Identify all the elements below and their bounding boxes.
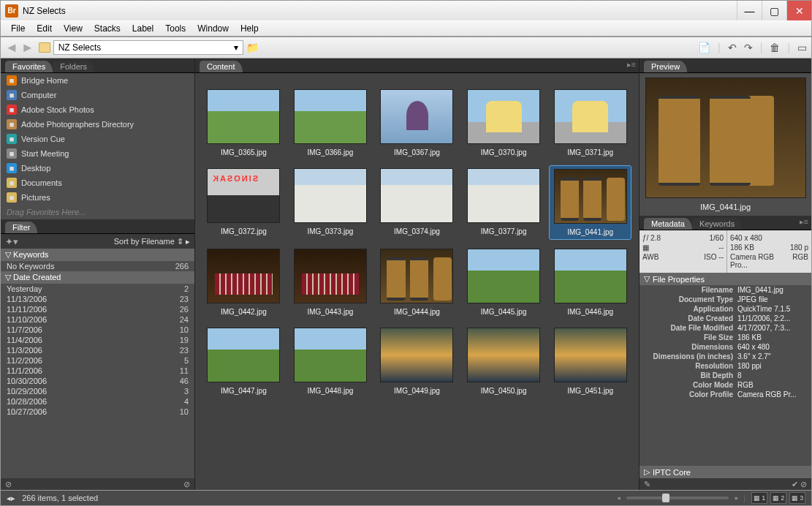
thumbnail-image [294,328,367,382]
menu-stacks[interactable]: Stacks [88,23,126,34]
filter-row[interactable]: 11/4/200619 [1,335,194,345]
thumb-size-larger[interactable]: ▫ [735,494,737,502]
filter-row[interactable]: 11/3/200623 [1,345,194,355]
filter-cancel-icon[interactable]: ⊘ [5,480,12,489]
thumbnail-image [467,89,540,144]
thumbnail-cell[interactable]: IMG_0444.jpg [376,246,458,319]
filter-row[interactable]: 11/2/20065 [1,355,194,366]
thumbnail-cell[interactable]: IMG_0373.jpg [289,165,372,240]
thumbnail-image [207,328,280,382]
trash-button[interactable]: 🗑 [770,42,780,53]
filter-row[interactable]: 10/29/20063 [1,386,194,396]
favorite-item[interactable]: ■Adobe Stock Photos [1,102,194,117]
preview-panel-tabs: Preview [640,58,811,73]
filter-row[interactable]: 10/27/200610 [1,407,194,417]
view-mode-button[interactable]: ▦ 1 [751,492,767,504]
meta-cancel-icon[interactable]: ⊘ [800,480,807,488]
filter-row[interactable]: 10/30/200646 [1,376,194,386]
favorite-item[interactable]: ■Computer [1,88,194,102]
rotate-ccw-button[interactable]: ↶ [728,42,737,53]
go-up-button[interactable]: 📁 [246,42,259,53]
thumbnail-cell[interactable]: IMG_0448.jpg [289,325,372,398]
thumbnail-cell[interactable]: IMG_0374.jpg [376,165,458,240]
nav-forward-button[interactable]: ► [21,40,34,56]
thumbnail-cell[interactable]: IMG_0450.jpg [463,325,545,398]
thumbnail-cell[interactable]: IMG_0443.jpg [289,246,372,319]
tab-content[interactable]: Content [200,61,243,72]
compact-button[interactable]: ▭ [797,42,807,53]
thumb-size-smaller[interactable]: ▫ [618,494,621,502]
favorite-item[interactable]: ■Bridge Home [1,73,194,88]
menu-file[interactable]: File [5,23,31,34]
thumbnail-filename: IMG_0442.jpg [221,308,267,316]
menu-help[interactable]: Help [235,23,265,34]
tab-favorites[interactable]: Favorites [5,61,53,72]
favorite-item[interactable]: ■Version Cue [1,132,194,146]
thumbnail-cell[interactable]: IMG_0447.jpg [202,325,285,398]
section-iptc-core[interactable]: ▷ IPTC Core [640,466,811,478]
rotate-cw-button[interactable]: ↷ [744,42,753,53]
filter-row[interactable]: 11/10/200624 [1,314,194,325]
menu-edit[interactable]: Edit [31,23,58,34]
menu-window[interactable]: Window [191,23,235,34]
panel-menu-icon[interactable]: ▸≡ [627,60,636,69]
thumbnail-cell[interactable]: IMG_0451.jpg [549,325,631,398]
thumbnail-cell[interactable]: IMG_0377.jpg [463,165,545,240]
filter-section-head[interactable]: ▽ Date Created [1,271,194,284]
favorite-item[interactable]: ■Pictures [1,190,194,205]
filter-row[interactable]: Yesterday2 [1,284,194,294]
filter-row[interactable]: 11/1/200611 [1,366,194,376]
thumbnail-cell[interactable]: IMG_0445.jpg [463,246,545,319]
filter-row[interactable]: 11/7/200610 [1,325,194,335]
filter-cancel-icon2[interactable]: ⊘ [183,480,190,489]
thumb-size-slider[interactable] [626,496,729,499]
filter-row[interactable]: No Keywords266 [1,261,194,271]
sort-label[interactable]: Sort by Filename ⇕ ▸ [114,237,190,246]
thumbnail-cell[interactable]: IMG_0442.jpg [202,246,285,319]
metadata-row: Color ModeRGB [640,380,811,390]
thumbnail-cell[interactable]: IMG_0366.jpg [289,86,372,159]
filter-row[interactable]: 11/11/200626 [1,304,194,314]
new-folder-button[interactable]: 📄 [698,42,710,53]
panel-menu-icon[interactable]: ▸≡ [800,217,808,227]
thumbnail-cell[interactable]: IMG_0371.jpg [549,86,631,159]
thumbnail-cell[interactable]: IMG_0446.jpg [549,246,631,319]
thumbnail-filename: IMG_0371.jpg [567,148,613,156]
thumbnail-image [207,89,280,144]
favorite-item[interactable]: ■Adobe Photographers Directory [1,117,194,132]
favorite-item[interactable]: ■Documents [1,175,194,190]
menu-tools[interactable]: Tools [159,23,191,34]
thumbnail-cell[interactable]: IMG_0449.jpg [376,325,458,398]
filter-row[interactable]: 11/13/200623 [1,294,194,304]
thumbnail-cell[interactable]: IMG_0441.jpg [549,165,631,240]
favorites-panel-tabs: Favorites Folders [1,58,194,73]
thumbnail-cell[interactable]: IMG_0370.jpg [463,86,545,159]
section-file-properties[interactable]: ▽ File Properties [640,273,811,285]
thumbnail-cell[interactable]: IMG_0372.jpg [202,165,285,240]
tab-filter[interactable]: Filter [5,222,37,233]
tab-preview[interactable]: Preview [644,61,687,72]
meta-apply-icon[interactable]: ✔ [792,480,798,488]
meta-pencil-icon[interactable]: ✎ [644,480,650,489]
favorite-item[interactable]: ■Start Meeting [1,146,194,161]
close-button[interactable]: ✕ [786,1,811,20]
filter-star-icon[interactable]: ✦▾ [5,236,18,247]
view-mode-button[interactable]: ▦ 3 [789,492,805,504]
filter-row[interactable]: 10/28/20064 [1,396,194,407]
maximize-button[interactable]: ▢ [762,1,786,20]
thumbnail-image [380,168,453,223]
nav-back-button[interactable]: ◄ [5,40,18,56]
tab-folders[interactable]: Folders [53,61,94,72]
metadata-row: Bit Depth8 [640,371,811,380]
thumbnail-cell[interactable]: IMG_0365.jpg [202,86,285,159]
favorite-item[interactable]: ■Desktop [1,161,194,175]
menu-view[interactable]: View [58,23,88,34]
view-mode-button[interactable]: ▦ 2 [770,492,786,504]
tab-metadata[interactable]: Metadata [644,218,692,230]
thumbnail-cell[interactable]: IMG_0367.jpg [376,86,458,159]
filter-section-head[interactable]: ▽ Keywords [1,249,194,261]
tab-keywords[interactable]: Keywords [692,218,742,230]
menu-label[interactable]: Label [126,23,159,34]
location-dropdown[interactable]: NZ Selects ▾ [53,40,243,55]
minimize-button[interactable]: — [737,1,762,20]
